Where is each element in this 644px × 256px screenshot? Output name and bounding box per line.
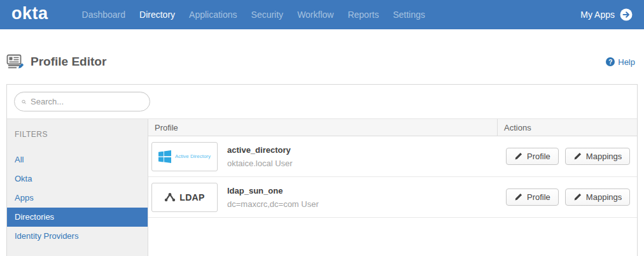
search-icon <box>22 97 26 106</box>
table-header: Profile Actions <box>148 119 637 136</box>
my-apps-button[interactable]: My Apps <box>580 8 633 21</box>
profile-info: ldap_sun_one dc=maxcrc,dc=com User <box>227 186 319 209</box>
profiles-table: Profile Actions Active Directory active_… <box>148 119 637 256</box>
profile-editor-panel: FILTERS All Okta Apps Directories Identi… <box>6 84 638 256</box>
mappings-button-label: Mappings <box>586 192 622 202</box>
ldap-logo: LDAP <box>151 183 218 212</box>
ldap-nodes-icon <box>164 192 176 202</box>
table-row: Active Directory active_directory oktaic… <box>148 136 637 177</box>
actions-cell: Profile Mappings <box>497 148 637 165</box>
mappings-button[interactable]: Mappings <box>565 148 630 165</box>
profile-editor-icon <box>6 54 24 69</box>
table-row: LDAP ldap_sun_one dc=maxcrc,dc=com User … <box>148 177 637 218</box>
column-header-actions: Actions <box>497 119 637 136</box>
filter-item-apps[interactable]: Apps <box>7 188 148 208</box>
help-icon: ? <box>606 57 615 66</box>
profile-description: oktaice.local User <box>227 159 293 168</box>
pencil-icon <box>573 193 582 201</box>
nav-item-settings[interactable]: Settings <box>386 10 432 20</box>
search-box <box>14 92 150 111</box>
filter-item-all[interactable]: All <box>7 150 148 169</box>
active-directory-logo: Active Directory <box>151 142 218 171</box>
help-link[interactable]: ? Help <box>606 57 635 67</box>
filters-heading: FILTERS <box>7 119 148 143</box>
profile-cell: LDAP ldap_sun_one dc=maxcrc,dc=com User <box>148 183 497 212</box>
mappings-button-label: Mappings <box>586 152 622 161</box>
filters-sidebar: FILTERS All Okta Apps Directories Identi… <box>7 119 148 256</box>
nav-item-dashboard[interactable]: Dashboard <box>75 10 133 20</box>
nav-item-directory[interactable]: Directory <box>132 10 182 20</box>
okta-logo[interactable]: okta <box>11 5 48 25</box>
actions-cell: Profile Mappings <box>497 188 637 206</box>
nav-item-applications[interactable]: Applications <box>182 10 244 20</box>
pencil-icon <box>573 152 582 160</box>
nav-item-security[interactable]: Security <box>244 10 291 20</box>
profile-name: active_directory <box>227 145 293 155</box>
search-row <box>7 85 637 119</box>
arrow-right-circle-icon <box>620 8 633 21</box>
profile-button-label: Profile <box>527 192 550 202</box>
help-label: Help <box>618 57 635 67</box>
profile-button-label: Profile <box>527 152 550 161</box>
profile-button[interactable]: Profile <box>506 148 559 165</box>
profile-info: active_directory oktaice.local User <box>227 145 293 168</box>
pencil-icon <box>514 152 522 160</box>
profile-cell: Active Directory active_directory oktaic… <box>148 142 497 171</box>
main-nav: Dashboard Directory Applications Securit… <box>75 10 433 20</box>
profile-description: dc=maxcrc,dc=com User <box>227 199 319 209</box>
pencil-icon <box>514 193 522 201</box>
ldap-logo-text: LDAP <box>179 192 204 203</box>
filter-item-identity-providers[interactable]: Identity Providers <box>7 227 148 246</box>
my-apps-label: My Apps <box>580 10 615 20</box>
page-header: Profile Editor ? Help <box>0 29 644 84</box>
profile-button[interactable]: Profile <box>506 188 559 206</box>
active-directory-logo-text: Active Directory <box>175 153 211 159</box>
nav-item-workflow[interactable]: Workflow <box>290 10 340 20</box>
column-header-profile: Profile <box>148 119 497 136</box>
filter-item-okta[interactable]: Okta <box>7 169 148 188</box>
search-input[interactable] <box>31 97 143 106</box>
filter-item-directories[interactable]: Directories <box>7 208 148 227</box>
page-title: Profile Editor <box>31 55 106 69</box>
windows-icon <box>158 150 171 163</box>
top-navbar: okta Dashboard Directory Applications Se… <box>0 0 644 29</box>
filter-list: All Okta Apps Directories Identity Provi… <box>7 150 148 246</box>
nav-item-reports[interactable]: Reports <box>340 10 386 20</box>
profile-name: ldap_sun_one <box>227 186 319 196</box>
mappings-button[interactable]: Mappings <box>565 188 630 206</box>
